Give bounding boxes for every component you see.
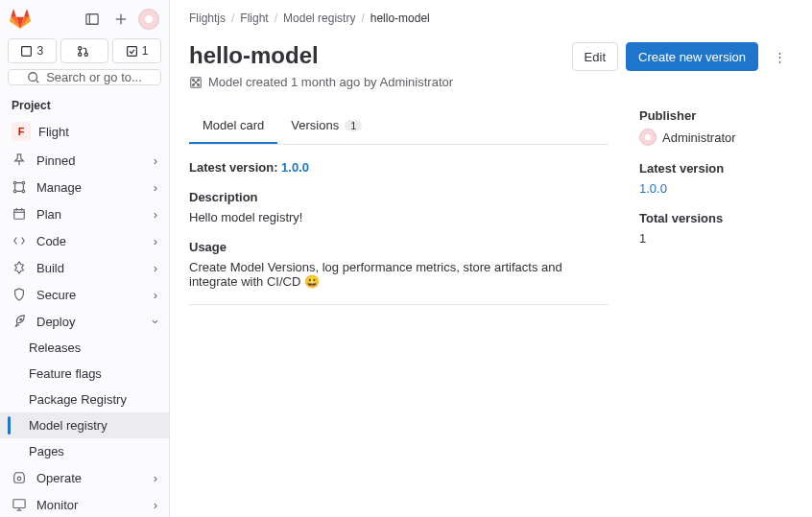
chevron-right-icon: › bbox=[154, 180, 157, 195]
publisher-avatar[interactable] bbox=[639, 129, 657, 146]
sidebar-item-code[interactable]: Code › bbox=[0, 227, 169, 254]
sidebar-sub-pages[interactable]: Pages bbox=[0, 438, 169, 464]
breadcrumb-item[interactable]: Flightjs bbox=[189, 12, 226, 25]
shield-icon bbox=[12, 287, 27, 302]
usage-text: Create Model Versions, log performance m… bbox=[189, 260, 609, 289]
sidebar-sub-releases[interactable]: Releases bbox=[0, 335, 169, 361]
gitlab-logo[interactable] bbox=[10, 9, 31, 30]
page-title: hello-model bbox=[189, 42, 319, 69]
monitor-icon bbox=[12, 497, 27, 512]
plus-icon[interactable] bbox=[109, 8, 132, 31]
svg-rect-4 bbox=[22, 46, 32, 56]
description-text: Hello model registry! bbox=[189, 210, 609, 224]
sidebar-item-operate[interactable]: Operate › bbox=[0, 464, 169, 491]
sidebar-collapse-icon[interactable] bbox=[81, 8, 104, 31]
svg-rect-21 bbox=[13, 500, 25, 508]
todos-count-value: 1 bbox=[142, 44, 149, 58]
model-meta: Model created 1 month ago by Administrat… bbox=[189, 75, 793, 89]
build-icon bbox=[12, 260, 27, 275]
sidebar-sub-package-registry[interactable]: Package Registry bbox=[0, 387, 169, 412]
total-versions-value: 1 bbox=[639, 231, 793, 246]
usage-heading: Usage bbox=[189, 240, 609, 254]
svg-point-19 bbox=[20, 318, 22, 320]
model-icon bbox=[189, 76, 203, 89]
svg-point-12 bbox=[22, 181, 25, 184]
issues-count-value: 3 bbox=[36, 44, 43, 58]
breadcrumb-item[interactable]: Flight bbox=[240, 12, 268, 25]
edit-button[interactable]: Edit bbox=[572, 42, 618, 71]
latest-version-link[interactable]: 1.0.0 bbox=[281, 160, 309, 175]
svg-rect-0 bbox=[86, 14, 98, 25]
project-name: Flight bbox=[38, 125, 69, 139]
side-latest-heading: Latest version bbox=[639, 161, 793, 176]
svg-point-14 bbox=[22, 190, 25, 193]
breadcrumb: Flightjs / Flight / Model registry / hel… bbox=[189, 12, 793, 25]
create-new-version-button[interactable]: Create new version bbox=[626, 42, 758, 71]
plan-icon bbox=[12, 206, 27, 222]
project-section-header: Project bbox=[0, 95, 169, 116]
rocket-icon bbox=[12, 314, 27, 329]
sidebar-item-build[interactable]: Build › bbox=[0, 254, 169, 281]
versions-badge: 1 bbox=[345, 120, 362, 131]
chevron-down-icon: › bbox=[148, 319, 162, 323]
project-avatar: F bbox=[12, 122, 31, 141]
code-icon bbox=[12, 233, 27, 248]
todos-count[interactable]: 1 bbox=[112, 38, 161, 63]
sidebar-item-manage[interactable]: Manage › bbox=[0, 174, 169, 200]
svg-point-6 bbox=[78, 53, 81, 56]
side-latest-link[interactable]: 1.0.0 bbox=[639, 181, 793, 196]
merge-requests-count[interactable] bbox=[60, 38, 109, 63]
search-icon bbox=[27, 71, 40, 84]
svg-rect-8 bbox=[127, 46, 136, 56]
user-avatar[interactable] bbox=[138, 9, 159, 30]
publisher-name[interactable]: Administrator bbox=[662, 130, 736, 145]
chevron-right-icon: › bbox=[154, 234, 157, 248]
svg-point-9 bbox=[29, 72, 37, 81]
model-meta-text: Model created 1 month ago by Administrat… bbox=[208, 75, 453, 89]
breadcrumb-item[interactable]: Model registry bbox=[283, 12, 355, 25]
latest-version-row: Latest version: 1.0.0 bbox=[189, 160, 609, 175]
breadcrumb-current: hello-model bbox=[370, 12, 430, 25]
total-versions-heading: Total versions bbox=[639, 211, 793, 225]
svg-point-13 bbox=[13, 190, 16, 193]
chevron-right-icon: › bbox=[154, 471, 157, 485]
sidebar-item-deploy[interactable]: Deploy › bbox=[0, 308, 169, 335]
operate-icon bbox=[12, 470, 27, 485]
divider bbox=[189, 304, 609, 305]
publisher-heading: Publisher bbox=[639, 108, 793, 123]
sidebar-item-monitor[interactable]: Monitor › bbox=[0, 491, 169, 517]
tab-versions[interactable]: Versions 1 bbox=[277, 108, 375, 144]
project-item[interactable]: F Flight bbox=[0, 116, 169, 147]
main-content: Flightjs / Flight / Model registry / hel… bbox=[170, 0, 812, 517]
tabs: Model card Versions 1 bbox=[189, 108, 609, 145]
chevron-right-icon: › bbox=[154, 153, 157, 168]
sidebar-item-pinned[interactable]: Pinned › bbox=[0, 147, 169, 174]
sidebar-item-plan[interactable]: Plan › bbox=[0, 200, 169, 227]
chevron-right-icon: › bbox=[154, 498, 157, 512]
sidebar-sub-model-registry[interactable]: Model registry bbox=[0, 412, 169, 438]
search-placeholder: Search or go to... bbox=[46, 70, 142, 84]
chevron-right-icon: › bbox=[154, 207, 157, 222]
sidebar-sub-feature-flags[interactable]: Feature flags bbox=[0, 361, 169, 387]
sidebar-item-secure[interactable]: Secure › bbox=[0, 281, 169, 308]
svg-point-11 bbox=[13, 181, 16, 184]
sidebar: 3 1 Search or go to... Project F Flight … bbox=[0, 0, 170, 517]
chevron-right-icon: › bbox=[154, 261, 157, 275]
svg-line-10 bbox=[36, 80, 39, 82]
pin-icon bbox=[12, 153, 27, 168]
search-input[interactable]: Search or go to... bbox=[8, 69, 161, 85]
tab-model-card[interactable]: Model card bbox=[189, 108, 277, 144]
issues-count[interactable]: 3 bbox=[8, 38, 57, 63]
svg-point-5 bbox=[78, 46, 81, 49]
description-heading: Description bbox=[189, 190, 609, 204]
chevron-right-icon: › bbox=[154, 288, 157, 302]
manage-icon bbox=[12, 179, 27, 195]
more-actions-icon[interactable]: ⋮ bbox=[766, 42, 793, 71]
svg-rect-15 bbox=[14, 210, 25, 220]
svg-point-20 bbox=[17, 477, 21, 481]
svg-point-7 bbox=[84, 53, 87, 56]
